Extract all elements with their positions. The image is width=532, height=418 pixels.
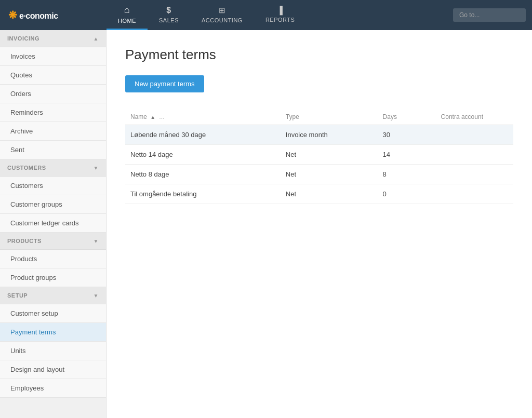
col-header-contra: Contra account — [436, 109, 513, 125]
logo: ❋ e·conomic — [0, 0, 107, 30]
cell-name: Til omgående betaling — [125, 184, 281, 204]
cell-contra — [436, 165, 513, 184]
top-navigation: ❋ e·conomic ⌂ HOME $ SALES ⊞ ACCOUNTING … — [0, 0, 532, 30]
body-area: INVOICING ▲ Invoices Quotes Orders Remin… — [0, 30, 532, 418]
chevron-customers: ▼ — [94, 165, 99, 171]
nav-sales-label: SALES — [159, 17, 179, 23]
table-header-row: Name ▲ ... Type Days Contra account — [125, 109, 513, 125]
table-row[interactable]: Netto 14 dage Net 14 — [125, 145, 513, 165]
new-payment-terms-button[interactable]: New payment terms — [125, 75, 204, 92]
table-row[interactable]: Løbende måned 30 dage Invoice month 30 — [125, 125, 513, 145]
sidebar-item-invoices[interactable]: Invoices — [0, 47, 106, 66]
page-title: Payment terms — [125, 47, 513, 63]
table-body: Løbende måned 30 dage Invoice month 30 N… — [125, 125, 513, 204]
section-customers[interactable]: CUSTOMERS ▼ — [0, 159, 106, 177]
nav-home-label: HOME — [118, 18, 136, 24]
sidebar-item-products[interactable]: Products — [0, 250, 106, 268]
section-setup[interactable]: SETUP ▼ — [0, 287, 106, 304]
goto-area — [453, 0, 526, 30]
payment-terms-table: Name ▲ ... Type Days Contra account Løbe… — [125, 109, 513, 204]
cell-name: Løbende måned 30 dage — [125, 125, 281, 145]
table-row[interactable]: Til omgående betaling Net 0 — [125, 184, 513, 204]
nav-sales[interactable]: $ SALES — [148, 0, 190, 30]
cell-name: Netto 8 dage — [125, 165, 281, 184]
chevron-invoicing: ▲ — [94, 36, 99, 42]
logo-text: e·conomic — [19, 11, 58, 20]
col-header-type: Type — [281, 109, 378, 125]
nav-reports[interactable]: ▐ REPORTS — [254, 0, 306, 30]
section-products[interactable]: PRODUCTS ▼ — [0, 233, 106, 250]
sales-icon: $ — [166, 6, 171, 15]
cell-type: Invoice month — [281, 125, 378, 145]
sidebar-item-units[interactable]: Units — [0, 342, 106, 360]
cell-name: Netto 14 dage — [125, 145, 281, 165]
goto-input[interactable] — [453, 8, 526, 22]
sidebar-item-customer-ledger-cards[interactable]: Customer ledger cards — [0, 214, 106, 233]
sidebar-item-customer-setup[interactable]: Customer setup — [0, 304, 106, 323]
table-row[interactable]: Netto 8 dage Net 8 — [125, 165, 513, 184]
accounting-icon: ⊞ — [219, 6, 226, 15]
sidebar-item-orders[interactable]: Orders — [0, 85, 106, 103]
sidebar-item-sent[interactable]: Sent — [0, 141, 106, 159]
cell-days: 30 — [378, 125, 436, 145]
logo-icon: ❋ — [8, 9, 17, 21]
nav-items: ⌂ HOME $ SALES ⊞ ACCOUNTING ▐ REPORTS — [107, 0, 453, 30]
cell-contra — [436, 125, 513, 145]
nav-reports-label: REPORTS — [265, 17, 295, 23]
cell-days: 0 — [378, 184, 436, 204]
chevron-setup: ▼ — [94, 293, 99, 299]
sidebar-item-customer-groups[interactable]: Customer groups — [0, 195, 106, 214]
sidebar-item-reminders[interactable]: Reminders — [0, 103, 106, 122]
col-header-name: Name ▲ ... — [125, 109, 281, 125]
sidebar: INVOICING ▲ Invoices Quotes Orders Remin… — [0, 30, 107, 418]
section-invoicing[interactable]: INVOICING ▲ — [0, 30, 106, 47]
cell-type: Net — [281, 145, 378, 165]
cell-days: 14 — [378, 145, 436, 165]
sidebar-item-payment-terms[interactable]: Payment terms — [0, 323, 106, 342]
sidebar-item-quotes[interactable]: Quotes — [0, 66, 106, 85]
nav-accounting[interactable]: ⊞ ACCOUNTING — [190, 0, 254, 30]
home-icon: ⌂ — [124, 5, 130, 16]
sidebar-item-employees[interactable]: Employees — [0, 379, 106, 398]
cell-contra — [436, 145, 513, 165]
reports-icon: ▐ — [277, 6, 283, 15]
main-content: Payment terms New payment terms Name ▲ .… — [107, 30, 532, 418]
section-products-label: PRODUCTS — [7, 238, 42, 244]
nav-home[interactable]: ⌂ HOME — [107, 0, 148, 30]
sidebar-item-archive[interactable]: Archive — [0, 122, 106, 141]
cell-days: 8 — [378, 165, 436, 184]
sort-icon-name[interactable]: ▲ — [150, 114, 155, 120]
sidebar-item-customers[interactable]: Customers — [0, 177, 106, 195]
sidebar-item-product-groups[interactable]: Product groups — [0, 268, 106, 287]
nav-accounting-label: ACCOUNTING — [202, 17, 243, 23]
cell-type: Net — [281, 184, 378, 204]
chevron-products: ▼ — [94, 238, 99, 244]
sidebar-item-design-layout[interactable]: Design and layout — [0, 360, 106, 379]
section-invoicing-label: INVOICING — [7, 35, 39, 42]
col-header-days: Days — [378, 109, 436, 125]
cell-type: Net — [281, 165, 378, 184]
section-customers-label: CUSTOMERS — [7, 165, 46, 171]
section-setup-label: SETUP — [7, 292, 28, 299]
cell-contra — [436, 184, 513, 204]
